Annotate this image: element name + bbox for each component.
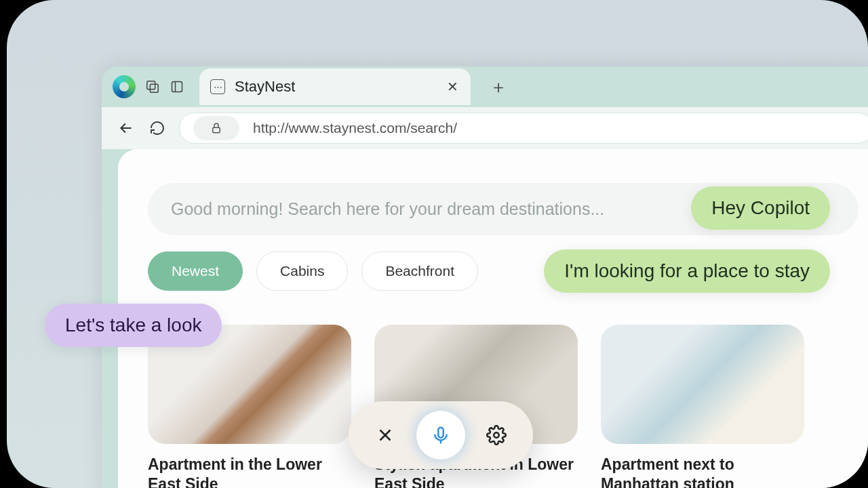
tab-actions-icon[interactable] (170, 79, 184, 94)
copilot-user-bubble: I'm looking for a place to stay (544, 249, 830, 293)
copilot-voice-bar (349, 401, 533, 469)
copilot-assistant-bubble: Let's take a look (45, 304, 222, 347)
filter-newest[interactable]: Newest (148, 251, 243, 291)
listing-card[interactable]: Apartment next to Manhattan station (601, 325, 804, 488)
url-text: http://www.staynest.com/search/ (253, 120, 457, 136)
listing-title: Apartment in the Lower East Side (148, 455, 351, 488)
tab-strip: ⋯ StayNest ✕ ＋ (102, 66, 868, 107)
svg-rect-0 (147, 81, 155, 89)
settings-button[interactable] (481, 420, 511, 450)
filter-beachfront[interactable]: Beachfront (361, 251, 478, 291)
listing-card[interactable]: Apartment in the Lower East Side (148, 325, 351, 488)
site-lock-icon[interactable] (193, 116, 239, 140)
svg-point-7 (494, 432, 499, 438)
edge-logo-icon[interactable] (113, 75, 136, 98)
address-row: http://www.staynest.com/search/ (102, 107, 868, 149)
filter-cabins[interactable]: Cabins (256, 251, 348, 291)
workspaces-icon[interactable] (145, 79, 160, 94)
device-frame: ⋯ StayNest ✕ ＋ http://www.staynest.com/s… (7, 0, 868, 488)
close-voice-button[interactable] (370, 420, 400, 450)
tab-title: StayNest (235, 78, 437, 96)
refresh-button[interactable] (148, 119, 167, 138)
svg-rect-4 (213, 127, 220, 133)
copilot-user-bubble: Hey Copilot (691, 186, 830, 230)
tab-favicon-icon: ⋯ (210, 79, 225, 94)
address-bar[interactable]: http://www.staynest.com/search/ (179, 113, 868, 144)
listing-title: Apartment next to Manhattan station (601, 455, 804, 488)
listing-image (601, 325, 804, 444)
tab-close-icon[interactable]: ✕ (447, 79, 458, 95)
svg-rect-1 (150, 84, 158, 92)
back-button[interactable] (117, 119, 136, 138)
new-tab-button[interactable]: ＋ (490, 75, 507, 99)
browser-tab[interactable]: ⋯ StayNest ✕ (199, 68, 471, 105)
svg-rect-5 (438, 428, 443, 438)
microphone-button[interactable] (416, 411, 465, 460)
svg-rect-2 (172, 82, 182, 92)
